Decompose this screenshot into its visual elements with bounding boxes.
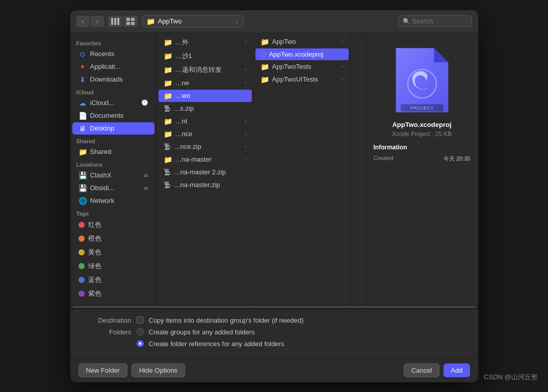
sidebar-item-downloads[interactable]: ⬇ Downloads — [72, 73, 154, 86]
file-icon: 🗜 — [164, 104, 171, 113]
list-item[interactable]: 📁 AppTwoTests › — [255, 61, 349, 73]
content-area: Favorites ⊙ Recents ✦ Applicati... ⬇ Dow… — [70, 33, 478, 305]
tag-orange-dot — [79, 236, 85, 242]
folder-icon: 📁 — [164, 79, 172, 87]
list-item[interactable]: 📁 …nt › — [159, 115, 252, 127]
file-column-1: 📁 …外 › 📁 …沙1 › 📁 …递和消息转发 › 📁 …ne — [157, 33, 254, 305]
sidebar-item-desktop[interactable]: 🖥 Desktop — [72, 122, 154, 135]
chevron-right-icon: › — [342, 39, 343, 44]
tag-red-dot — [79, 222, 85, 228]
file-preview-image: PROJECT — [389, 43, 455, 115]
view-columns-button[interactable] — [108, 16, 122, 27]
cancel-button[interactable]: Cancel — [404, 363, 439, 377]
icloud-badge: 🕐 — [141, 99, 148, 106]
sidebar-item-tag-green[interactable]: 绿色 — [72, 259, 154, 273]
svg-rect-3 — [126, 18, 130, 21]
preview-panel: PROJECT AppTwo.xcodeproj Xcode Project ·… — [366, 33, 478, 305]
xcodeproj-icon: ◻ — [260, 50, 266, 58]
folder-icon: 📁 — [260, 38, 269, 46]
destination-text: Copy items into destination group's fold… — [149, 317, 304, 324]
sidebar-item-network[interactable]: 🌐 Network — [72, 195, 154, 207]
file-name: …ne — [175, 79, 189, 87]
sidebar-item-recents[interactable]: ⊙ Recents — [72, 48, 154, 60]
chevron-right-icon: › — [245, 93, 246, 98]
list-item[interactable]: 📁 …nce › — [159, 128, 252, 140]
desktop-icon: 🖥 — [79, 124, 87, 133]
created-value: 今天 20:35 — [443, 155, 471, 163]
list-item[interactable]: 📁 AppTwoUITests › — [255, 73, 349, 86]
list-item[interactable]: 🗜 …nce.zip › — [159, 141, 252, 153]
svg-rect-4 — [131, 18, 135, 21]
file-name: …na-master — [175, 155, 212, 163]
list-item[interactable]: 📁 …外 › — [159, 36, 252, 49]
sidebar-item-obsidian[interactable]: 💾 Obsidi... ⏏ — [72, 182, 154, 194]
list-item[interactable]: 📁 …沙1 › — [159, 49, 252, 63]
file-icon: 🗜 — [164, 168, 171, 176]
destination-checkbox[interactable] — [137, 317, 144, 324]
sidebar-item-documents[interactable]: 📄 Documents — [72, 110, 154, 122]
svg-rect-5 — [126, 22, 130, 25]
list-item[interactable]: 📁 …na-master › — [159, 153, 252, 166]
eject-icon: ⏏ — [143, 185, 148, 191]
forward-button[interactable]: › — [91, 16, 104, 27]
path-dropdown[interactable]: 📁 AppTwo ⌄ — [142, 15, 244, 28]
file-name: …wo — [175, 92, 191, 99]
file-name: …s.zip — [174, 104, 194, 112]
search-bar[interactable]: 🔍 — [398, 15, 472, 27]
new-folder-button[interactable]: New Folder — [79, 363, 127, 377]
list-item[interactable]: 📁 AppTwo › — [255, 36, 349, 48]
preview-info-row-created: Created 今天 20:35 — [374, 154, 471, 164]
search-input[interactable] — [412, 17, 467, 25]
chevron-right-icon: › — [245, 144, 246, 149]
list-item[interactable]: 📁 …ne › — [159, 77, 252, 89]
list-item[interactable]: 🗜 …na-master.zip — [159, 179, 252, 191]
folder-icon: 📁 — [164, 52, 172, 60]
sidebar-item-tag-yellow[interactable]: 黄色 — [72, 246, 154, 259]
sidebar-item-tag-orange[interactable]: 橙色 — [72, 232, 154, 245]
eject-icon: ⏏ — [143, 172, 148, 178]
options-area: Destination Copy items into destination … — [70, 309, 478, 358]
view-grid-button[interactable] — [123, 16, 138, 27]
scrollbar-track — [72, 306, 476, 308]
list-item[interactable]: ◻ AppTwo.xcodeproj — [255, 48, 349, 60]
created-label: Created — [374, 155, 394, 163]
sidebar-item-shared[interactable]: 📁 Shared — [72, 146, 154, 158]
sidebar-item-label: Downloads — [90, 75, 123, 83]
back-button[interactable]: ‹ — [76, 16, 90, 27]
folders-row-2: Create folder references for any added f… — [81, 340, 468, 348]
bottom-left-buttons: New Folder Hide Options — [79, 363, 186, 377]
file-name: AppTwoUITests — [272, 75, 318, 83]
sidebar-item-tag-purple[interactable]: 紫色 — [72, 287, 154, 300]
hide-options-button[interactable]: Hide Options — [132, 363, 185, 377]
file-dialog: ‹ › 📁 App — [70, 10, 478, 382]
preview-meta: Xcode Project · 25 KB — [392, 130, 452, 138]
sidebar-item-label: Desktop — [90, 124, 115, 132]
bottom-bar: New Folder Hide Options Cancel Add — [70, 358, 478, 382]
folders-radio-2[interactable] — [137, 340, 144, 347]
sidebar-item-label: Documents — [90, 112, 124, 119]
tag-purple-label: 紫色 — [88, 289, 101, 298]
folder-icon: 📁 — [164, 38, 172, 46]
sidebar-item-icloud[interactable]: ☁ iCloud... 🕐 — [72, 97, 154, 109]
sidebar-item-applications[interactable]: ✦ Applicati... — [72, 61, 154, 73]
sidebar-item-label: Obsidi... — [90, 184, 115, 192]
sidebar-item-clashx[interactable]: 💾 ClashX ⏏ — [72, 169, 154, 181]
bottom-right-buttons: Cancel Add — [404, 363, 470, 377]
file-name: …nce.zip — [174, 143, 201, 150]
tag-orange-label: 橙色 — [88, 234, 101, 243]
file-name: …na-master 2.zip — [174, 168, 226, 176]
svg-rect-2 — [117, 18, 119, 25]
sidebar-item-tag-blue[interactable]: 蓝色 — [72, 273, 154, 286]
clashx-icon: 💾 — [79, 171, 87, 179]
sidebar-item-label: Network — [90, 197, 115, 204]
folders-label: Folders — [81, 328, 132, 336]
file-icon: 🗜 — [164, 181, 171, 189]
list-item[interactable]: 📁 …递和消息转发 › — [159, 63, 252, 76]
list-item[interactable]: 🗜 …na-master 2.zip — [159, 166, 252, 178]
applications-icon: ✦ — [79, 63, 87, 71]
list-item[interactable]: 📁 …wo › — [159, 90, 252, 102]
add-button[interactable]: Add — [443, 363, 469, 377]
list-item[interactable]: 🗜 …s.zip — [159, 102, 252, 115]
folders-radio-1[interactable] — [137, 328, 144, 335]
sidebar-item-tag-red[interactable]: 红色 — [72, 218, 154, 231]
